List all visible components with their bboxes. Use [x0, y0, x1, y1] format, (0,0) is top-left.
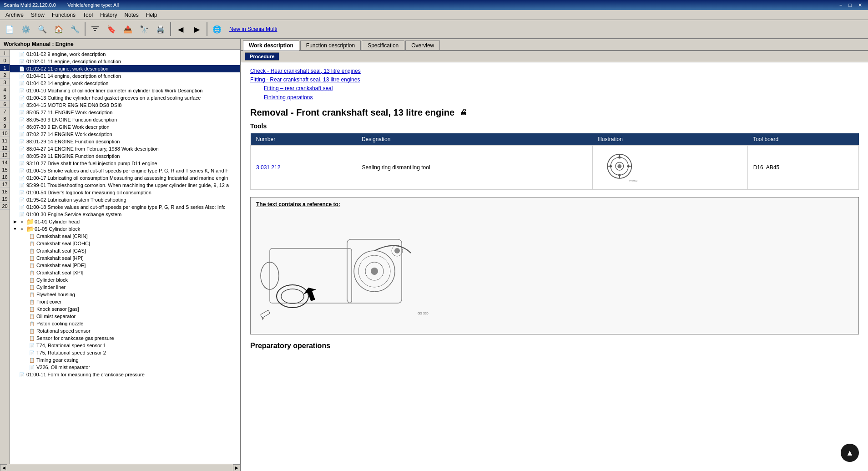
doc-icon-42: 📄	[28, 349, 35, 356]
toolbar-export-btn[interactable]: 📤	[120, 21, 136, 37]
toolbar-search-btn[interactable]: 🔍	[35, 21, 50, 37]
back-to-top-button[interactable]: ▲	[841, 444, 859, 462]
menu-history[interactable]: History	[96, 11, 121, 19]
menu-functions[interactable]: Functions	[48, 11, 79, 19]
toolbar-filter-btn[interactable]	[87, 21, 103, 37]
menu-tool[interactable]: Tool	[79, 11, 96, 19]
toolbar-wrench-btn[interactable]: 🔧	[67, 21, 83, 37]
tree-item-40[interactable]: 📋 Sensor for crankcase gas pressure	[10, 334, 240, 342]
tree-item-30[interactable]: 📋 Crankshaft seal [PDE]	[10, 262, 240, 269]
tree-item-8[interactable]: 📄 85:04-15 MOTOR ENGINE DN8 DS8 DSI8	[10, 101, 240, 109]
titlebar: Scania Multi 22.120.0.0 Vehicle/engine t…	[0, 0, 868, 10]
tree-item-43[interactable]: 📋 Timing gear casing	[10, 356, 240, 364]
tab-work-description[interactable]: Work description	[243, 41, 299, 51]
breadcrumb-link-2[interactable]: Fitting - Rear crankshaft seal, 13 litre…	[250, 76, 859, 84]
menu-help[interactable]: Help	[142, 11, 161, 19]
hscroll-left-btn[interactable]: ◀	[0, 464, 7, 471]
tree-label-41: T74, Rotational speed sensor 1	[36, 343, 106, 348]
page-icon-40: 📋	[28, 334, 35, 342]
toolbar-settings-btn[interactable]: ⚙️	[18, 21, 34, 37]
tree-item-36[interactable]: 📋 Knock sensor [gas]	[10, 305, 240, 313]
tree-item-42[interactable]: 📄 T75, Rotational speed sensor 2	[10, 349, 240, 356]
tree-item-39[interactable]: 📋 Rotational speed sensor	[10, 327, 240, 334]
tree-item-14[interactable]: 📄 88:04-27 14 ENGINE from February, 1988…	[10, 145, 240, 152]
tree-item-37[interactable]: 📋 Oil mist separator	[10, 313, 240, 320]
tab-overview[interactable]: Overview	[405, 41, 440, 50]
tree-item-35[interactable]: 📋 Front cover	[10, 298, 240, 305]
minimize-button[interactable]: −	[837, 2, 844, 9]
toolbar-bookmark-btn[interactable]: 🔖	[104, 21, 119, 37]
tree-item-3[interactable]: 📄 01:02-02 11 engine, work description	[10, 65, 240, 72]
tree-item-41[interactable]: 📄 T74, Rotational speed sensor 1	[10, 342, 240, 349]
tree-label-16: 93:10-27 Drive shaft for the fuel inject…	[26, 161, 157, 166]
tree-item-21[interactable]: 📄 01:95-02 Lubrication system Troublesho…	[10, 196, 240, 203]
toolbar-back-btn[interactable]: ◀	[173, 21, 188, 37]
tree-item-27[interactable]: 📋 Crankshaft seal [DOHC]	[10, 240, 240, 247]
tree-label-40: Sensor for crankcase gas pressure	[36, 335, 114, 341]
window-controls: − □ ✕	[837, 2, 864, 9]
reference-title: The text contains a reference to:	[256, 201, 853, 208]
menu-notes[interactable]: Notes	[121, 11, 142, 19]
tree-item-23[interactable]: 📄 01:00-30 Engine Service exchange syste…	[10, 211, 240, 218]
tree-item-31[interactable]: 📋 Crankshaft seal [XPI]	[10, 269, 240, 276]
tree-item-34[interactable]: 📋 Flywheel housing	[10, 291, 240, 298]
tree-item-12[interactable]: 📄 87:02-27 14 ENGINE Work description	[10, 131, 240, 138]
breadcrumb-link-3[interactable]: Fitting – rear crankshaft seal	[264, 84, 859, 93]
print-icon[interactable]: 🖨	[460, 108, 467, 116]
toolbar-binoculars-btn[interactable]: 🔭	[136, 21, 152, 37]
breadcrumb-link-1[interactable]: Check - Rear crankshaft seal, 13 litre e…	[250, 67, 859, 76]
tree-item-9[interactable]: 📄 85:05-27 11-ENGINE Work description	[10, 109, 240, 116]
preparatory-heading: Preparatory operations	[250, 342, 859, 350]
row-num-17: 17	[0, 181, 10, 188]
menu-show[interactable]: Show	[27, 11, 48, 19]
tree-item-24[interactable]: ▶ ● 📁 01-01 Cylinder head	[10, 218, 240, 225]
tree-item-33[interactable]: 📋 Cylinder liner	[10, 284, 240, 291]
tree-item-19[interactable]: 📄 95:99-01 Troubleshooting corrosion. Wh…	[10, 182, 240, 189]
close-button[interactable]: ✕	[856, 2, 864, 9]
tab-function-description[interactable]: Function description	[300, 41, 361, 50]
table-header-designation: Designation	[356, 133, 592, 146]
doc-icon-2: 📄	[18, 58, 25, 65]
tree-item-5[interactable]: 📄 01:04-02 14 engine, work description	[10, 80, 240, 87]
tree-item-45[interactable]: 📄 01:00-11 Form for measuring the crankc…	[10, 371, 240, 378]
tree-item-10[interactable]: 📄 88:05-30 9 ENGINE Function description	[10, 116, 240, 123]
tree-item-28[interactable]: 📋 Crankshaft seal [GAS]	[10, 247, 240, 254]
tree-item-32[interactable]: 📋 Cylinder block	[10, 276, 240, 284]
toolbar-forward-btn[interactable]: ▶	[189, 21, 205, 37]
tree-item-22[interactable]: 📄 01:00-18 Smoke values and cut-off spee…	[10, 203, 240, 211]
tool-number-link[interactable]: 3 031 212	[256, 164, 280, 171]
hscroll-right-btn[interactable]: ▶	[233, 464, 240, 471]
tree-item-4[interactable]: 📄 01:04-01 14 engine, description of fun…	[10, 72, 240, 80]
tree-item-17[interactable]: 📄 01:00-15 Smoke values and cut-off spee…	[10, 167, 240, 174]
tree-item-26[interactable]: 📋 Crankshaft seal [CRIN]	[10, 233, 240, 240]
toolbar-new-btn[interactable]: 📄	[2, 21, 17, 37]
toolbar-home-btn[interactable]: 🏠	[51, 21, 66, 37]
left-hscroll[interactable]: ◀ ▶	[0, 464, 240, 471]
tree-item-11[interactable]: 📄 86:07-30 9 ENGINE Work description	[10, 123, 240, 131]
tree-item-7[interactable]: 📄 01:00-13 Cutting the cylinder head gas…	[10, 94, 240, 101]
toolbar-print-btn[interactable]: 🖨️	[153, 21, 168, 37]
tree-item-25[interactable]: ▼ ● 📂 01-05 Cylinder block	[10, 225, 240, 233]
new-in-scania-link[interactable]: New in Scania Multi	[229, 26, 277, 32]
svg-point-24	[394, 248, 400, 253]
tree-item-44[interactable]: 📄 V226, Oil mist separator	[10, 364, 240, 371]
subtab-procedure[interactable]: Procedure	[245, 52, 279, 61]
breadcrumb-link-4[interactable]: Finishing operations	[264, 93, 859, 102]
tree-item-16[interactable]: 📄 93:10-27 Drive shaft for the fuel inje…	[10, 160, 240, 167]
hscroll-track[interactable]	[7, 464, 233, 471]
maximize-button[interactable]: □	[846, 2, 854, 9]
tab-specification[interactable]: Specification	[362, 41, 404, 50]
tree-item-29[interactable]: 📋 Crankshaft seal [HPI]	[10, 254, 240, 262]
tree-item-18[interactable]: 📄 01:00-17 Lubricating oil consumption M…	[10, 174, 240, 182]
tree-item-15[interactable]: 📄 88:05-29 11 ENGINE Function descriptio…	[10, 152, 240, 160]
menu-archive[interactable]: Archive	[2, 11, 27, 19]
tree-item-2[interactable]: 📄 01:02-01 11 engine, description of fun…	[10, 58, 240, 65]
tree-item-1[interactable]: 📄 01:01-02 9 engine, work description	[10, 51, 240, 58]
tree-item-38[interactable]: 📋 Piston cooling nozzle	[10, 320, 240, 327]
toolbar-globe-btn[interactable]: 🌐	[209, 21, 225, 37]
tabs-row: Work description Function description Sp…	[241, 39, 868, 51]
tree-item-6[interactable]: 📄 01:00-10 Machining of cylinder liner d…	[10, 87, 240, 94]
tree-scroll[interactable]: 📄 01:01-02 9 engine, work description 📄 …	[10, 50, 240, 464]
tree-item-13[interactable]: 📄 88:01-29 14 ENGINE Function descriptio…	[10, 138, 240, 145]
tree-item-20[interactable]: 📄 01:00-54 Driver's logbook for measurin…	[10, 189, 240, 196]
